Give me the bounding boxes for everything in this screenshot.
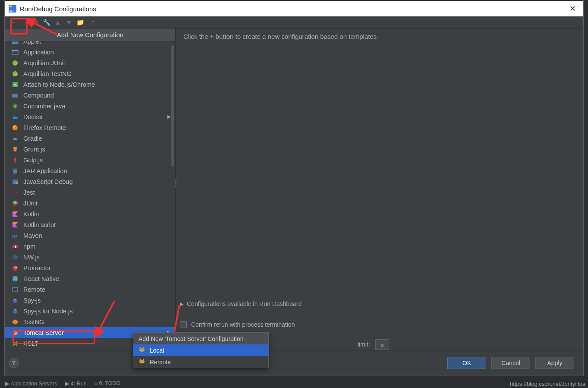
tab-app-servers[interactable]: ▶ Application Servers (5, 380, 57, 387)
config-label: Arquillian TestNG (23, 70, 72, 77)
confirm-rerun-checkbox[interactable] (180, 321, 187, 328)
grunt-icon (11, 145, 19, 153)
config-label: Spy-js for Node.js (23, 308, 72, 315)
config-junit[interactable]: JUnit (5, 198, 175, 208)
config-grunt-js[interactable]: Grunt.js (5, 144, 175, 155)
config-jar-application[interactable]: JAR Application (5, 165, 175, 176)
svg-rect-37 (14, 299, 16, 300)
config-cucumber-java[interactable]: Cucumber java (5, 101, 175, 111)
wrench-button[interactable]: 🔧 (42, 18, 51, 27)
sort-button[interactable]: ↓ᴬ (87, 18, 96, 27)
scrollbar[interactable] (171, 46, 174, 167)
svg-point-42 (16, 332, 16, 333)
config-firefox-remote[interactable]: Firefox Remote (5, 122, 175, 133)
config-react-native[interactable]: React Native (5, 273, 175, 284)
svg-rect-4 (34, 21, 38, 25)
config-javascript-debug[interactable]: JavaScript Debug (5, 176, 175, 187)
svg-point-10 (16, 61, 16, 62)
confirm-rerun-row[interactable]: Confirm rerun with process termination (180, 321, 295, 328)
svg-rect-19 (13, 116, 14, 117)
config-jest[interactable]: Jest (5, 187, 175, 198)
remove-button[interactable]: － (20, 18, 28, 27)
dashboard-section[interactable]: ▶ Configurations available in Run Dashbo… (180, 300, 302, 307)
svg-rect-34 (13, 287, 18, 291)
config-attach-to-node-js-chrome[interactable]: JSAttach to Node.js/Chrome (5, 79, 175, 90)
config-remote[interactable]: Remote (5, 284, 175, 295)
copy-button[interactable] (31, 18, 40, 27)
config-docker[interactable]: Docker▶ (5, 111, 175, 122)
react-icon (11, 275, 19, 283)
config-gulp-js[interactable]: Gulp.js (5, 155, 175, 165)
watermark: https://blog.csdn.net/JontyHua (510, 381, 585, 387)
config-list[interactable]: AppletApplicationArquillian JUnitArquill… (5, 41, 175, 350)
tomcat-icon (138, 346, 145, 354)
svg-point-8 (13, 60, 18, 66)
splitter-handle[interactable] (173, 179, 178, 188)
add-new-config-header: Add New Configuration (5, 28, 175, 41)
config-arquillian-junit[interactable]: Arquillian JUnit (5, 57, 175, 68)
svg-rect-23 (13, 168, 17, 170)
svg-point-40 (13, 331, 18, 335)
apply-button[interactable]: Apply (535, 357, 574, 369)
config-kotlin[interactable]: Kotlin (5, 208, 175, 219)
svg-point-13 (16, 72, 16, 73)
submenu-local[interactable]: Local (133, 344, 268, 356)
down-button[interactable]: ▼ (65, 18, 73, 27)
config-testng[interactable]: TestNG (5, 316, 175, 327)
config-label: Jest (23, 189, 35, 196)
ok-button[interactable]: OK (447, 357, 486, 369)
config-types-panel: Add New Configuration AppletApplicationA… (5, 28, 176, 350)
svg-rect-35 (14, 292, 16, 292)
config-npm[interactable]: npm (5, 241, 175, 252)
empty-hint: Click the + button to create a new confi… (183, 33, 575, 40)
config-gradle[interactable]: Gradle (5, 133, 175, 144)
kotlin-icon (11, 221, 19, 229)
spyjs-icon (11, 307, 19, 315)
config-label: Docker (23, 114, 43, 120)
config-label: Compound (23, 92, 54, 99)
npm-icon (11, 243, 19, 250)
remote-icon (11, 286, 19, 293)
config-compound[interactable]: Compound (5, 90, 175, 101)
app-icon (11, 48, 19, 56)
config-spy-js-for-node-js[interactable]: Spy-js for Node.js (5, 306, 175, 316)
nwjs-icon (11, 253, 19, 261)
svg-rect-5 (12, 41, 18, 44)
config-spy-js[interactable]: Spy-js (5, 295, 175, 306)
config-label: NW.js (23, 254, 40, 261)
config-label: Arquillian JUnit (23, 60, 65, 66)
config-label: Grunt.js (23, 146, 45, 153)
svg-rect-7 (12, 50, 18, 51)
config-maven[interactable]: mMaven (5, 230, 175, 241)
folder-button[interactable]: 📁 (76, 18, 85, 27)
cancel-button[interactable]: Cancel (491, 357, 530, 369)
attach-icon: JS (11, 81, 19, 88)
svg-point-30 (15, 278, 16, 279)
config-label: TestNG (23, 319, 44, 325)
svg-point-12 (14, 72, 15, 73)
up-button[interactable]: ▲ (53, 18, 62, 27)
tab-todo[interactable]: ≡ 6: TODO (94, 380, 120, 386)
tab-run[interactable]: ▶ 4: Run (65, 380, 87, 387)
jsdbg-icon (11, 178, 19, 186)
svg-point-44 (141, 349, 141, 350)
config-application[interactable]: Application (5, 47, 175, 57)
config-label: Firefox Remote (23, 124, 66, 131)
help-button[interactable]: ? (9, 358, 19, 368)
config-arquillian-testng[interactable]: Arquillian TestNG (5, 68, 175, 79)
svg-rect-28 (15, 246, 16, 248)
add-button[interactable]: ＋ (9, 18, 17, 27)
close-button[interactable]: ✕ (566, 2, 579, 15)
window-title: Run/Debug Configurations (20, 5, 96, 13)
run-debug-dialog: Run/Debug Configurations ✕ ＋ － 🔧 ▲ ▼ 📁 ↓… (5, 0, 583, 375)
config-nw-js[interactable]: NW.js (5, 252, 175, 262)
temp-limit-input[interactable]: 5 (375, 339, 389, 350)
arq-icon (11, 70, 19, 78)
svg-point-43 (139, 348, 145, 352)
config-protractor[interactable]: Protractor (5, 262, 175, 273)
config-kotlin-script[interactable]: Kotlin script (5, 219, 175, 230)
submenu-remote[interactable]: Remote (133, 356, 268, 368)
jest-icon (11, 189, 19, 196)
config-applet[interactable]: Applet (5, 41, 175, 47)
config-label: Application (23, 49, 54, 56)
